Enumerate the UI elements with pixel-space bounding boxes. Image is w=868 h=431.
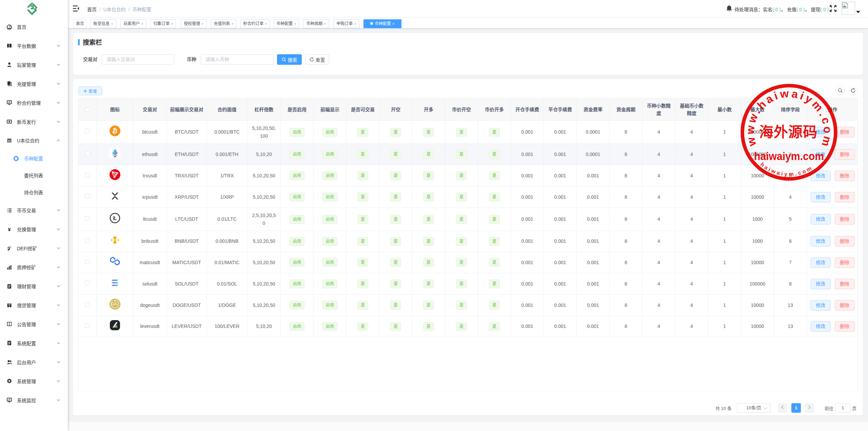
svg-text:haiwaiym.com: haiwaiym.com — [754, 150, 824, 162]
svg-text:海外源码: 海外源码 — [759, 124, 817, 140]
svg-text:Ł: Ł — [113, 215, 117, 221]
svg-text:¥: ¥ — [8, 227, 11, 232]
